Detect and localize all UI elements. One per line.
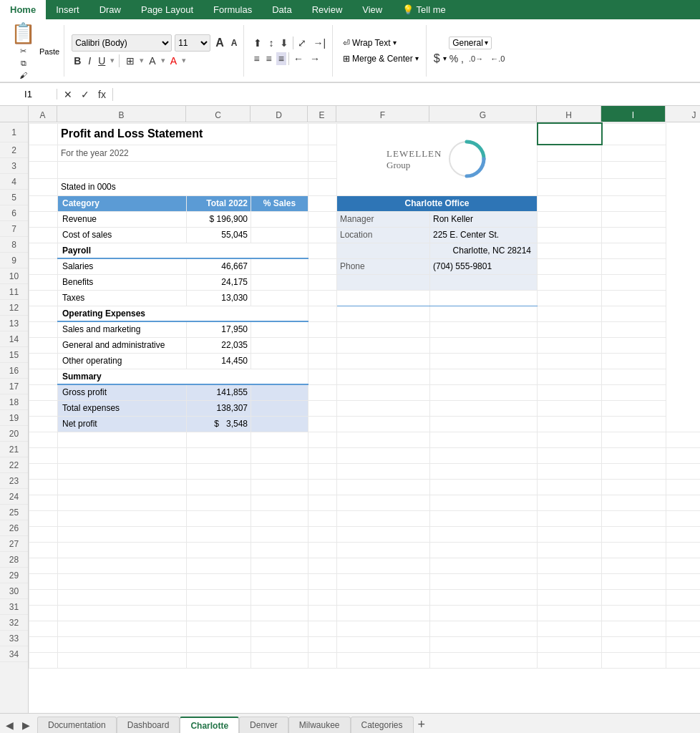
align-bottom-button[interactable]: ⬇ <box>278 37 291 49</box>
F1[interactable]: LEWELLEN Group <box>337 123 538 195</box>
F18[interactable] <box>337 400 430 416</box>
tab-charlotte[interactable]: Charlotte <box>180 717 239 734</box>
D5[interactable]: % Sales <box>251 195 308 211</box>
I12[interactable] <box>602 306 666 321</box>
G17[interactable] <box>430 384 538 400</box>
add-sheet-button[interactable]: + <box>414 716 430 733</box>
D15[interactable] <box>251 353 308 369</box>
align-center-button[interactable]: ≡ <box>264 52 274 65</box>
B9[interactable]: Salaries <box>58 258 187 274</box>
align-right-button[interactable]: ≡ <box>276 52 286 65</box>
E20[interactable] <box>308 432 337 447</box>
decrease-indent-button[interactable]: ← <box>291 52 306 65</box>
tab-view[interactable]: View <box>352 0 392 19</box>
tab-draw[interactable]: Draw <box>89 0 131 19</box>
I19[interactable] <box>602 416 666 432</box>
A6[interactable] <box>29 211 58 227</box>
F7[interactable]: Location <box>337 227 430 243</box>
A16[interactable] <box>29 369 58 384</box>
H12[interactable] <box>538 306 602 321</box>
B12[interactable]: Operating Expenses <box>58 306 308 321</box>
B10[interactable]: Benefits <box>58 274 187 290</box>
G19[interactable] <box>430 416 538 432</box>
A15[interactable] <box>29 353 58 369</box>
I15[interactable] <box>602 353 666 369</box>
B8[interactable]: Payroll <box>58 243 308 258</box>
col-header-A[interactable]: A <box>29 106 57 122</box>
H3[interactable] <box>538 162 602 179</box>
tab-dashboard[interactable]: Dashboard <box>117 717 180 733</box>
B18[interactable]: Total expenses <box>58 400 187 416</box>
A14[interactable] <box>29 337 58 353</box>
col-header-H[interactable]: H <box>537 106 601 122</box>
F16[interactable] <box>337 369 430 384</box>
B6[interactable]: Revenue <box>58 211 187 227</box>
tab-next-button[interactable]: ▶ <box>19 718 33 732</box>
I2[interactable] <box>602 145 666 162</box>
C18[interactable]: 138,307 <box>187 400 251 416</box>
E1[interactable] <box>308 123 337 145</box>
F15[interactable] <box>337 353 430 369</box>
I1[interactable] <box>602 123 666 145</box>
F13[interactable] <box>337 321 430 337</box>
C11[interactable]: 13,030 <box>187 290 251 306</box>
F20[interactable] <box>337 432 430 447</box>
I10[interactable] <box>602 274 666 290</box>
font-selector[interactable]: Calibri (Body) <box>72 34 172 52</box>
A5[interactable] <box>29 195 58 211</box>
E14[interactable] <box>308 337 337 353</box>
I6[interactable] <box>602 211 666 227</box>
tab-tell-me[interactable]: 💡 Tell me <box>392 0 456 19</box>
F9[interactable]: Phone <box>337 258 430 274</box>
decrease-font-button[interactable]: A <box>229 37 240 49</box>
A11[interactable] <box>29 290 58 306</box>
tab-documentation[interactable]: Documentation <box>37 717 117 733</box>
D18[interactable] <box>251 400 308 416</box>
H19[interactable] <box>538 416 602 432</box>
D19[interactable] <box>251 416 308 432</box>
H11[interactable] <box>538 290 602 306</box>
C15[interactable]: 14,450 <box>187 353 251 369</box>
H7[interactable] <box>538 227 602 243</box>
font-size-selector[interactable]: 11 <box>175 34 210 52</box>
B17[interactable]: Gross profit <box>58 384 187 400</box>
tab-page-layout[interactable]: Page Layout <box>131 0 203 19</box>
G6[interactable]: Ron Keller <box>430 211 538 227</box>
B11[interactable]: Taxes <box>58 290 187 306</box>
F5[interactable]: Charlotte Office <box>337 195 538 211</box>
A1[interactable] <box>29 123 58 145</box>
cell-reference-box[interactable]: I1 <box>0 89 57 99</box>
tab-denver[interactable]: Denver <box>239 717 288 733</box>
A7[interactable] <box>29 227 58 243</box>
I4[interactable] <box>602 178 666 195</box>
E10[interactable] <box>308 274 337 290</box>
tab-insert[interactable]: Insert <box>46 0 89 19</box>
G7[interactable]: 225 E. Center St. <box>430 227 538 243</box>
D20[interactable] <box>251 432 308 447</box>
A8[interactable] <box>29 243 58 258</box>
cut-button[interactable]: ✂ <box>17 46 29 57</box>
C13[interactable]: 17,950 <box>187 321 251 337</box>
G20[interactable] <box>430 432 538 447</box>
E11[interactable] <box>308 290 337 306</box>
C20[interactable] <box>187 432 251 447</box>
B15[interactable]: Other operating <box>58 353 187 369</box>
confirm-formula-button[interactable]: ✓ <box>79 88 92 101</box>
D17[interactable] <box>251 384 308 400</box>
B3[interactable] <box>58 162 308 179</box>
col-header-I[interactable]: I <box>601 106 666 122</box>
I11[interactable] <box>602 290 666 306</box>
F17[interactable] <box>337 384 430 400</box>
H5[interactable] <box>538 195 602 211</box>
G10[interactable] <box>430 274 538 290</box>
B4[interactable]: Stated in 000s <box>58 178 308 195</box>
increase-decimal-button[interactable]: .0→ <box>467 54 485 64</box>
I14[interactable] <box>602 337 666 353</box>
tab-review[interactable]: Review <box>302 0 353 19</box>
F12[interactable] <box>337 306 430 321</box>
I18[interactable] <box>602 400 666 416</box>
A19[interactable] <box>29 416 58 432</box>
B13[interactable]: Sales and marketing <box>58 321 187 337</box>
H4[interactable] <box>538 178 602 195</box>
D6[interactable] <box>251 211 308 227</box>
